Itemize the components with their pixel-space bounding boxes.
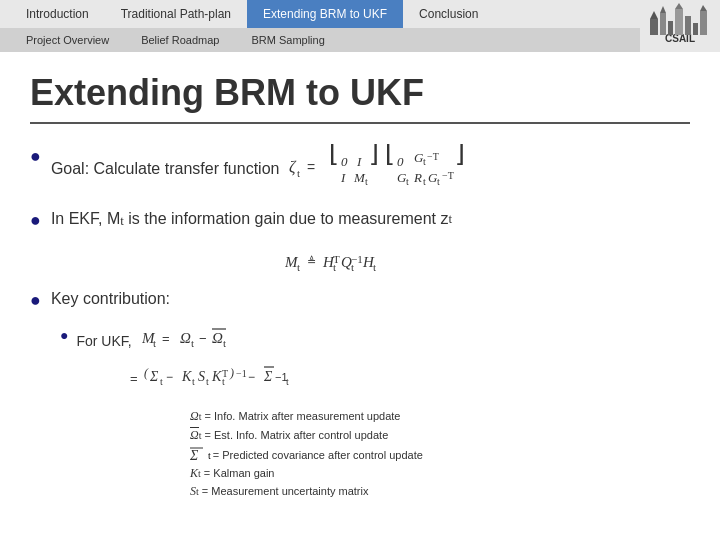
svg-text:−1: −1 xyxy=(236,368,247,379)
svg-text:t: t xyxy=(423,156,426,167)
svg-text:t: t xyxy=(406,176,409,187)
svg-text:t: t xyxy=(423,176,426,187)
svg-text:Ω: Ω xyxy=(212,330,223,346)
nav-introduction[interactable]: Introduction xyxy=(10,0,105,28)
svg-text:I: I xyxy=(340,170,346,185)
annotation-sigma-desc: = Predicted covariance after control upd… xyxy=(213,449,423,461)
sub-nav-brm-sampling[interactable]: BRM Sampling xyxy=(235,31,340,49)
svg-text:]: ] xyxy=(371,144,379,165)
bullet-key-text: Key contribution: xyxy=(51,288,170,310)
svg-text:Ω: Ω xyxy=(180,330,191,346)
formula-zeta: ζ t = [ 0 I I M t ] xyxy=(289,144,509,194)
svg-text:−: − xyxy=(166,370,173,384)
svg-text:t: t xyxy=(351,261,354,273)
svg-rect-1 xyxy=(660,13,666,35)
sigma-subscript: t xyxy=(208,450,211,461)
svg-text:−T: −T xyxy=(442,170,454,181)
page-title: Extending BRM to UKF xyxy=(30,72,690,114)
svg-text:=: = xyxy=(130,371,138,386)
nav-extending-brm[interactable]: Extending BRM to UKF xyxy=(247,0,403,28)
svg-marker-10 xyxy=(700,5,707,11)
svg-text:): ) xyxy=(229,366,234,380)
ukf-formula-1: M t = Ω t − Ω t xyxy=(142,325,322,357)
sub-navigation: Project Overview Belief Roadmap BRM Samp… xyxy=(0,28,720,52)
svg-text:t: t xyxy=(437,176,440,187)
bullet-ekf-text: In EKF, M xyxy=(51,208,120,230)
svg-text:(: ( xyxy=(144,366,149,380)
svg-text:Σ: Σ xyxy=(149,369,159,384)
ekf-subscript-t2: t xyxy=(448,211,452,227)
nav-conclusion[interactable]: Conclusion xyxy=(403,0,494,28)
svg-text:R: R xyxy=(413,170,422,185)
svg-text:t: t xyxy=(206,376,209,387)
bullet-icon-3: ● xyxy=(30,290,41,311)
svg-text:t: t xyxy=(192,376,195,387)
annotation-omega-desc: = Info. Matrix after measurement update xyxy=(205,410,401,422)
annotation-s-desc: = Measurement uncertainty matrix xyxy=(202,485,369,497)
top-navigation: Introduction Traditional Path-plan Exten… xyxy=(0,0,720,28)
mt-formula-block: M t ≜ H T t Q −1 t H t xyxy=(60,245,690,284)
csail-building-icon xyxy=(645,1,715,35)
svg-text:0: 0 xyxy=(397,154,404,169)
svg-text:Σ: Σ xyxy=(190,448,199,463)
sub-bullet-text: For UKF, xyxy=(76,333,131,349)
nav-traditional-path-plan[interactable]: Traditional Path-plan xyxy=(105,0,247,28)
annotation-s-row: St = Measurement uncertainty matrix xyxy=(190,484,690,499)
svg-text:t: t xyxy=(297,167,300,179)
svg-rect-0 xyxy=(650,19,658,35)
sub-nav-project-overview[interactable]: Project Overview xyxy=(10,31,125,49)
svg-rect-2 xyxy=(668,21,673,35)
svg-text:Σ: Σ xyxy=(263,369,273,384)
main-content: Extending BRM to UKF ● Goal: Calculate t… xyxy=(0,52,720,522)
bullet-goal: ● Goal: Calculate transfer function ζ t … xyxy=(30,144,690,194)
bullet-ekf-text2: is the information gain due to measureme… xyxy=(124,208,449,230)
svg-text:=: = xyxy=(162,331,170,346)
sigma-bar-icon: Σ xyxy=(190,446,208,464)
annotation-omega-label: Ω xyxy=(190,409,199,423)
csail-logo-area: CSAIL xyxy=(640,0,720,52)
sub-nav-belief-roadmap[interactable]: Belief Roadmap xyxy=(125,31,235,49)
section-divider xyxy=(30,122,690,124)
bullet-icon-1: ● xyxy=(30,146,41,167)
bullet-goal-text: Goal: Calculate transfer function xyxy=(51,158,280,180)
svg-text:0: 0 xyxy=(341,154,348,169)
annotation-kalman-desc: = Kalman gain xyxy=(204,467,275,479)
svg-text:≜: ≜ xyxy=(307,255,316,267)
annotation-omegabar-desc: = Est. Info. Matrix after control update xyxy=(205,429,389,441)
annotation-kalman-label: K xyxy=(190,466,198,480)
annotation-kalman-row: Kt = Kalman gain xyxy=(190,466,690,481)
svg-text:[: [ xyxy=(385,144,393,165)
svg-text:K: K xyxy=(211,369,222,384)
svg-text:t: t xyxy=(223,337,226,349)
svg-text:t: t xyxy=(191,337,194,349)
svg-marker-9 xyxy=(675,3,683,9)
svg-rect-6 xyxy=(700,11,707,35)
svg-text:t: t xyxy=(222,376,225,387)
svg-text:−: − xyxy=(199,331,207,346)
annotations-area: Ωt = Info. Matrix after measurement upda… xyxy=(190,409,690,499)
svg-marker-8 xyxy=(660,6,666,13)
svg-text:ζ: ζ xyxy=(289,158,297,176)
annotation-omega-t: Ωt = Info. Matrix after measurement upda… xyxy=(190,409,690,424)
svg-text:K: K xyxy=(181,369,192,384)
bullet-key: ● Key contribution: xyxy=(30,288,690,311)
svg-text:t: t xyxy=(160,376,163,387)
bullet-ekf: ● In EKF, M t is the information gain du… xyxy=(30,208,690,231)
svg-text:t: t xyxy=(286,376,289,387)
sub-bullet-icon: ● xyxy=(60,327,68,343)
ukf-formula-2-container: = ( Σ t − K t S t K T t ) −1 − Σ −1 t xyxy=(130,363,690,399)
svg-rect-3 xyxy=(675,9,683,35)
svg-marker-7 xyxy=(650,11,658,19)
annotation-omega-bar-t: Ωt = Est. Info. Matrix after control upd… xyxy=(190,427,690,443)
annotation-omegabar-label: Ω xyxy=(190,427,199,443)
svg-text:t: t xyxy=(297,261,300,273)
svg-text:]: ] xyxy=(457,144,465,165)
svg-text:−: − xyxy=(248,370,255,384)
svg-rect-5 xyxy=(693,23,698,35)
svg-text:S: S xyxy=(198,369,205,384)
svg-text:t: t xyxy=(153,337,156,349)
svg-text:t: t xyxy=(333,261,336,273)
svg-text:−T: −T xyxy=(427,151,439,162)
bullet-icon-2: ● xyxy=(30,210,41,231)
annotation-sigma-row: Σ t = Predicted covariance after control… xyxy=(190,446,690,464)
